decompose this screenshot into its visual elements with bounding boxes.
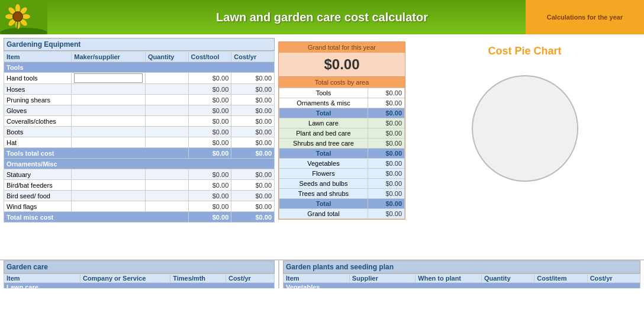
garden-care-table: Item Company or Service Times/mth Cost/y… bbox=[4, 273, 275, 288]
col-qty-header: Quantity bbox=[145, 52, 188, 62]
bottom-section: Garden care Item Company or Service Time… bbox=[0, 259, 644, 288]
table-row: Wind flags $0.00 $0.00 bbox=[4, 201, 275, 212]
vegetables-subheader: Vegetables bbox=[284, 283, 640, 289]
equipment-section-header: Gardening Equipment bbox=[4, 38, 275, 51]
garden-plants-section: Garden plants and seeding plan Item Supp… bbox=[278, 260, 644, 288]
lawn-care-subheader: Lawn care bbox=[4, 283, 275, 289]
pie-chart-circle bbox=[472, 75, 578, 182]
sunflower-icon bbox=[0, 0, 47, 34]
total-costs-label: Total costs by area bbox=[279, 76, 405, 88]
garden-care-header: Garden care bbox=[4, 260, 275, 273]
table-row: Pruning shears $0.00 $0.00 bbox=[4, 95, 275, 105]
costs-total-row: Total $0.00 bbox=[279, 108, 405, 118]
equipment-header-row: Item Maker/supplier Quantity Cost/tool C… bbox=[4, 52, 275, 62]
calc-year-badge: Calculations for the year bbox=[526, 0, 644, 34]
hand-tools-label: Hand tools bbox=[4, 73, 72, 84]
grand-total-label: Grand total for this year bbox=[279, 42, 405, 53]
costs-row: Lawn care $0.00 bbox=[279, 118, 405, 128]
costs-row: Tools $0.00 bbox=[279, 88, 405, 98]
header: Lawn and garden care cost calculator Cal… bbox=[0, 0, 644, 34]
col-maker-header: Maker/supplier bbox=[72, 52, 146, 62]
tools-total-row: Tools total cost $0.00 $0.00 bbox=[4, 148, 275, 159]
table-row: Statuary $0.00 $0.00 bbox=[4, 169, 275, 180]
plants-table: Item Supplier When to plant Quantity Cos… bbox=[283, 273, 640, 288]
col-cost-tool-header: Cost/tool bbox=[188, 52, 231, 62]
ornaments-subheader: Ornaments/Misc bbox=[4, 159, 275, 169]
pie-chart-title: Cost Pie Chart bbox=[488, 45, 561, 57]
costs-row: Shrubs and tree care $0.00 bbox=[279, 139, 405, 149]
costs-row: Flowers $0.00 bbox=[279, 169, 405, 179]
table-row: Boots $0.00 $0.00 bbox=[4, 127, 275, 137]
equipment-panel: Gardening Equipment Item Maker/supplier … bbox=[0, 34, 278, 259]
hand-tools-cost-tool: $0.00 bbox=[188, 73, 231, 84]
plants-header-row: Item Supplier When to plant Quantity Cos… bbox=[284, 274, 640, 283]
costs-row: Trees and shrubs $0.00 bbox=[279, 189, 405, 199]
grand-total-value: $0.00 bbox=[279, 53, 405, 76]
table-row: Hat $0.00 $0.00 bbox=[4, 137, 275, 148]
col-item-header: Item bbox=[4, 52, 72, 62]
hand-tools-qty[interactable] bbox=[145, 73, 188, 84]
garden-care-header-row: Item Company or Service Times/mth Cost/y… bbox=[4, 274, 275, 283]
costs-table: Tools $0.00 Ornaments & misc $0.00 Total… bbox=[279, 88, 405, 219]
svg-point-11 bbox=[14, 12, 22, 21]
costs-total-row: Total $0.00 bbox=[279, 149, 405, 159]
main-content: Gardening Equipment Item Maker/supplier … bbox=[0, 34, 644, 259]
header-title: Lawn and garden care cost calculator bbox=[216, 11, 428, 24]
col-cost-yr-header: Cost/yr bbox=[231, 52, 275, 62]
table-row: Coveralls/clothes $0.00 $0.00 bbox=[4, 116, 275, 127]
grand-total-box: Grand total for this year $0.00 Total co… bbox=[278, 41, 405, 220]
hand-tools-maker[interactable] bbox=[72, 73, 146, 84]
costs-row: Ornaments & misc $0.00 bbox=[279, 98, 405, 108]
svg-point-4 bbox=[22, 14, 30, 19]
pie-chart-panel: Cost Pie Chart bbox=[405, 34, 644, 259]
hand-tools-maker-input[interactable] bbox=[74, 73, 143, 83]
table-row: Bird/bat feeders $0.00 $0.00 bbox=[4, 180, 275, 191]
grand-total-panel: Grand total for this year $0.00 Total co… bbox=[278, 34, 405, 259]
hand-tools-cost-yr: $0.00 bbox=[231, 73, 275, 84]
garden-care-section: Garden care Item Company or Service Time… bbox=[0, 260, 278, 288]
equipment-table: Item Maker/supplier Quantity Cost/tool C… bbox=[4, 51, 275, 223]
garden-plants-header: Garden plants and seeding plan bbox=[283, 260, 640, 273]
tools-subheader: Tools bbox=[4, 62, 275, 73]
costs-row: Vegetables $0.00 bbox=[279, 159, 405, 169]
table-row: Gloves $0.00 $0.00 bbox=[4, 105, 275, 116]
costs-row: Seeds and bulbs $0.00 bbox=[279, 179, 405, 189]
total-misc-row: Total misc cost $0.00 $0.00 bbox=[4, 212, 275, 223]
table-row: Hoses $0.00 $0.00 bbox=[4, 84, 275, 95]
costs-total-row: Total $0.00 bbox=[279, 199, 405, 209]
svg-point-2 bbox=[15, 4, 20, 12]
costs-grand-row: Grand total $0.00 bbox=[279, 209, 405, 219]
svg-point-8 bbox=[5, 14, 14, 19]
costs-row: Plant and bed care $0.00 bbox=[279, 128, 405, 139]
table-row: Hand tools $0.00 $0.00 bbox=[4, 73, 275, 84]
table-row: Bird seed/ food $0.00 $0.00 bbox=[4, 191, 275, 201]
